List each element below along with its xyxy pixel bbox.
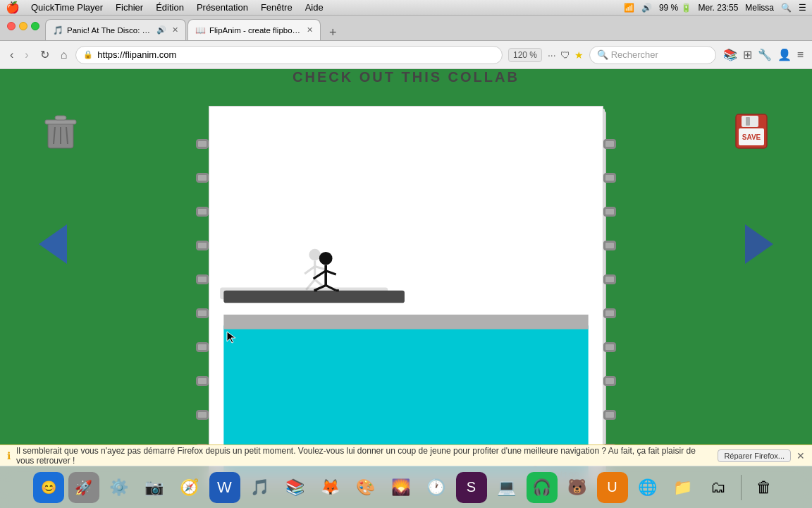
- svg-point-24: [319, 252, 333, 265]
- dock-ulysses[interactable]: U: [597, 472, 628, 503]
- flipbook-container: FlipAnim 33/199: [209, 106, 603, 487]
- tab-favicon-quicktime: 🎵: [53, 25, 63, 35]
- window-minimize-button[interactable]: [19, 22, 27, 30]
- menubar-battery: 99 % 🔋: [659, 3, 691, 13]
- dock-bear[interactable]: 🐻: [562, 472, 593, 503]
- svg-rect-23: [223, 291, 405, 303]
- ring-3: [196, 207, 209, 217]
- dock-spotify[interactable]: 🎧: [527, 472, 558, 503]
- menu-fenetre[interactable]: Fenêtre: [255, 1, 298, 14]
- refresh-button[interactable]: ↻: [37, 47, 52, 63]
- tab-close-flipanim[interactable]: ✕: [307, 25, 313, 35]
- next-arrow-icon[interactable]: [745, 224, 773, 264]
- tab-bar: 🎵 Panic! At The Disco: Nine N... 🔊 ✕ 📖 F…: [0, 16, 812, 41]
- url-bar[interactable]: 🔒 https://flipanim.com: [75, 46, 503, 64]
- dock-trash[interactable]: 🗑: [749, 472, 780, 503]
- tab-quicktime[interactable]: 🎵 Panic! At The Disco: Nine N... 🔊 ✕: [45, 19, 186, 40]
- tab-flipanim[interactable]: 📖 FlipAnim - create flipbook anim... ✕: [187, 19, 321, 40]
- trash-icon-container[interactable]: [42, 111, 79, 151]
- dock-finder[interactable]: 😊: [33, 472, 64, 503]
- ring-r4: [603, 241, 616, 250]
- dock-system-prefs[interactable]: ⚙️: [104, 472, 135, 503]
- dock-photos[interactable]: 📷: [139, 472, 170, 503]
- prev-arrow-icon[interactable]: [39, 224, 67, 264]
- dock-finder2[interactable]: 📁: [668, 472, 699, 503]
- new-tab-button[interactable]: +: [325, 25, 341, 40]
- menu-app-name[interactable]: QuickTime Player: [25, 1, 109, 14]
- menu-presentation[interactable]: Présentation: [191, 1, 254, 14]
- dock-safari[interactable]: 🧭: [174, 472, 205, 503]
- svg-rect-2: [55, 116, 66, 120]
- ring-9: [196, 410, 209, 420]
- extensions-icon[interactable]: 🔧: [756, 47, 773, 63]
- ring-4: [196, 241, 209, 250]
- menu-aide[interactable]: Aide: [300, 1, 329, 14]
- dock-browser[interactable]: 🌐: [632, 472, 663, 503]
- menubar-wifi[interactable]: 📶: [624, 3, 634, 13]
- dock-books[interactable]: 📚: [280, 472, 311, 503]
- search-placeholder: Rechercher: [611, 49, 658, 60]
- forward-button[interactable]: ›: [22, 47, 31, 63]
- dock-music[interactable]: 🎵: [245, 472, 276, 503]
- dock-launchpad[interactable]: 🚀: [68, 472, 99, 503]
- ssl-lock-icon: 🔒: [83, 50, 93, 59]
- menu-edition[interactable]: Édition: [150, 1, 190, 14]
- ring-6: [196, 308, 209, 318]
- window-maximize-button[interactable]: [31, 22, 39, 30]
- bookmark-icon[interactable]: ★: [574, 49, 584, 61]
- tab-close-quicktime[interactable]: ✕: [172, 25, 178, 35]
- dock-clock[interactable]: 🕐: [421, 472, 452, 503]
- repair-firefox-button[interactable]: Réparer Firefox...: [718, 449, 791, 462]
- bookmarks-icon[interactable]: 📚: [722, 47, 739, 63]
- apple-menu[interactable]: 🍎: [6, 1, 20, 14]
- svg-rect-21: [223, 315, 588, 329]
- ring-r7: [603, 342, 616, 352]
- search-bar[interactable]: 🔍 Rechercher: [589, 46, 716, 64]
- dock-divider: [741, 475, 742, 500]
- mac-dock: 😊 🚀 ⚙️ 📷 🧭 W 🎵 📚 🦊 🎨 🌄 🕐 S 💻 🎧 🐻 U 🌐 📁 🗂…: [0, 466, 812, 508]
- ring-r6: [603, 308, 616, 318]
- back-button[interactable]: ‹: [7, 47, 16, 63]
- dock-files[interactable]: 🗂: [703, 472, 734, 503]
- notification-text: Il semblerait que vous n'ayez pas démarr…: [16, 446, 712, 466]
- address-bar: ‹ › ↻ ⌂ 🔒 https://flipanim.com 120 % ···…: [0, 41, 812, 69]
- menubar-menu-icon[interactable]: ☰: [799, 3, 806, 13]
- dock-iterm[interactable]: 💻: [491, 472, 522, 503]
- hamburger-icon[interactable]: ≡: [796, 47, 805, 63]
- svg-rect-1: [45, 120, 76, 124]
- dock-sketchbook[interactable]: 🎨: [350, 472, 381, 503]
- svg-text:😊: 😊: [41, 480, 57, 495]
- right-arrow: [745, 224, 773, 264]
- menubar-user: Melissa: [745, 3, 774, 13]
- more-icon[interactable]: ···: [548, 49, 556, 61]
- tab-favicon-flipanim: 📖: [195, 25, 205, 35]
- svg-rect-10: [746, 117, 750, 126]
- home-button[interactable]: ⌂: [58, 47, 70, 63]
- save-icon-container[interactable]: SAVE: [733, 111, 770, 151]
- menubar-volume[interactable]: 🔊: [641, 3, 652, 13]
- profile-icon[interactable]: 👤: [776, 47, 793, 63]
- scene-svg: FlipAnim 33/199: [209, 107, 603, 486]
- shield-icon[interactable]: 🛡: [560, 49, 570, 61]
- ring-r9: [603, 410, 616, 420]
- dock-firefox[interactable]: 🦊: [315, 472, 346, 503]
- dock-word[interactable]: W: [209, 472, 240, 503]
- dock-slack[interactable]: S: [456, 472, 487, 503]
- save-icon: SAVE: [733, 111, 770, 151]
- animation-canvas[interactable]: FlipAnim 33/199: [209, 106, 603, 487]
- left-arrow: [39, 224, 67, 264]
- page-top-text: CHECK OUT THIS COLLAB: [230, 69, 582, 85]
- menu-fichier[interactable]: Fichier: [110, 1, 149, 14]
- main-content: CHECK OUT THIS COLLAB: [0, 69, 812, 508]
- window-close-button[interactable]: [7, 22, 16, 30]
- notification-close-button[interactable]: ✕: [796, 450, 805, 461]
- zoom-indicator[interactable]: 120 %: [508, 48, 542, 62]
- ring-5: [196, 274, 209, 284]
- ring-r1: [603, 139, 616, 149]
- ring-2: [196, 173, 209, 183]
- ring-r3: [603, 207, 616, 217]
- tab-view-icon[interactable]: ⊞: [742, 47, 753, 63]
- menubar-search-icon[interactable]: 🔍: [781, 3, 792, 13]
- ring-r2: [603, 173, 616, 183]
- dock-photos2[interactable]: 🌄: [386, 472, 417, 503]
